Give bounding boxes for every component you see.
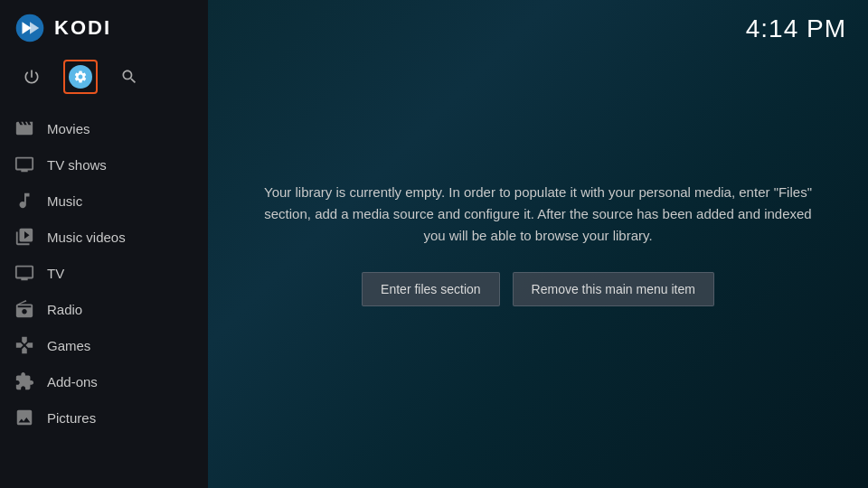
radio-label: Radio: [47, 302, 82, 317]
tvshows-label: TV shows: [47, 157, 107, 173]
library-empty-message: Your library is currently empty. In orde…: [262, 182, 814, 247]
games-icon: [14, 335, 34, 355]
sidebar-item-tv[interactable]: TV: [0, 255, 208, 291]
power-icon: [23, 68, 41, 86]
app-title: KODI: [54, 16, 111, 40]
sidebar-item-pictures[interactable]: Pictures: [0, 399, 208, 436]
gear-icon: [73, 70, 88, 84]
clock-display: 4:14 PM: [746, 14, 846, 43]
pictures-icon: [14, 408, 34, 427]
sidebar-item-music[interactable]: Music: [0, 183, 208, 219]
games-label: Games: [47, 338, 90, 353]
addons-label: Add-ons: [47, 374, 98, 389]
tv-icon: [14, 263, 34, 283]
sidebar-item-movies[interactable]: Movies: [0, 110, 208, 146]
main-content: 4:14 PM Your library is currently empty.…: [208, 0, 868, 488]
pictures-label: Pictures: [47, 410, 96, 426]
settings-button[interactable]: [63, 60, 98, 94]
sidebar: KODI Movies: [0, 0, 208, 488]
music-label: Music: [47, 193, 82, 209]
sidebar-icon-row: [0, 52, 208, 107]
music-icon: [14, 191, 34, 211]
sidebar-item-games[interactable]: Games: [0, 327, 208, 363]
sidebar-item-musicvideos[interactable]: Music videos: [0, 219, 208, 255]
sidebar-item-addons[interactable]: Add-ons: [0, 363, 208, 399]
addons-icon: [14, 371, 34, 391]
action-buttons: Enter files section Remove this main men…: [362, 272, 714, 306]
tvshows-icon: [14, 155, 34, 174]
nav-menu: Movies TV shows Music Music videos TV: [0, 107, 208, 436]
remove-menu-item-button[interactable]: Remove this main menu item: [513, 272, 714, 306]
tv-label: TV: [47, 266, 64, 281]
power-button[interactable]: [14, 60, 49, 94]
settings-icon: [69, 65, 92, 89]
musicvideos-label: Music videos: [47, 230, 126, 245]
search-icon: [120, 68, 138, 86]
movies-label: Movies: [47, 121, 90, 136]
sidebar-item-tvshows[interactable]: TV shows: [0, 146, 208, 183]
musicvideos-icon: [14, 227, 34, 247]
sidebar-header: KODI: [0, 0, 208, 52]
kodi-logo-icon: [14, 13, 45, 43]
search-button[interactable]: [112, 60, 146, 94]
movies-icon: [14, 118, 34, 138]
enter-files-button[interactable]: Enter files section: [362, 272, 500, 306]
radio-icon: [14, 299, 34, 319]
center-panel: Your library is currently empty. In orde…: [208, 0, 868, 488]
sidebar-item-radio[interactable]: Radio: [0, 291, 208, 327]
